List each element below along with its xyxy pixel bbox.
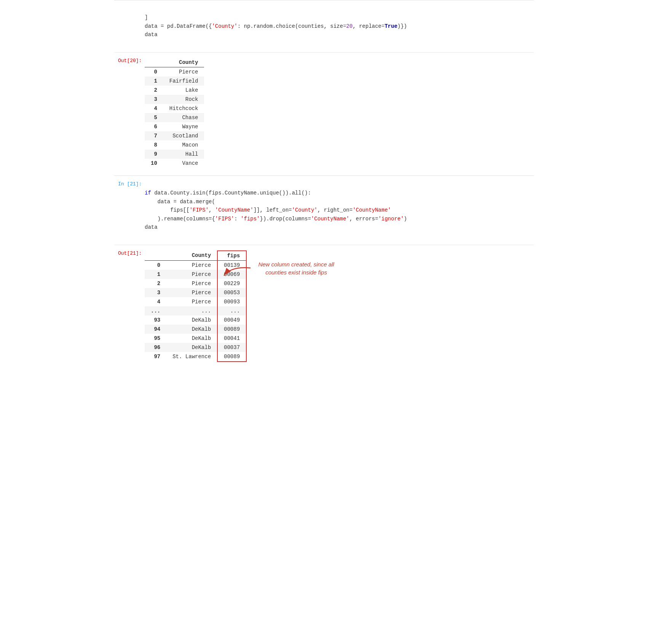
table-row: 00089 [217,352,246,362]
table-row: Rock [163,95,204,104]
table-row: Lake [163,86,204,95]
cell-output-21: Out[21]: County fips 0Pierce001391Pierce… [114,245,534,368]
out-label-20: Out[20]: [118,58,142,64]
table-row: 3 [145,288,166,297]
table-row: Pierce [166,297,217,306]
table-row: ... [145,306,166,316]
table-row: 00093 [217,297,246,306]
cell-input-top: ] data = pd.DataFrame({'County': np.rand… [114,0,534,52]
table-row: 4 [145,104,163,113]
table-row: 00037 [217,343,246,352]
table-row: 6 [145,122,163,131]
in-label-21: In [21]: [118,181,142,187]
table-row: Pierce [166,279,217,288]
table-row: Hitchcock [163,104,204,113]
table-row: Pierce [166,260,217,270]
table-row: Pierce [166,288,217,297]
table-row: 5 [145,113,163,122]
table-row: Wayne [163,122,204,131]
table-row: 3 [145,95,163,104]
code-line-3: data [145,32,158,38]
table-row: ... [166,306,217,316]
code-21-line-1: if data.County.isin(fips.CountyName.uniq… [145,190,311,196]
code-block-top: ] data = pd.DataFrame({'County': np.rand… [145,5,528,48]
table-row: ... [217,306,246,316]
cell-output-20: Out[20]: County 0Pierce1Fairfield2Lake3R… [114,52,534,175]
table-row: 1 [145,77,163,86]
annotation-area: New column created, since all counties e… [254,260,338,276]
th-county-21: County [166,251,217,261]
table-row: DeKalb [166,316,217,325]
table-row: DeKalb [166,325,217,334]
table-row: 0 [145,260,166,270]
table-row: 94 [145,325,166,334]
notebook: ] data = pd.DataFrame({'County': np.rand… [114,0,534,368]
table-annotation-wrapper: County fips 0Pierce001391Pierce000692Pie… [145,249,528,362]
th-index-21 [145,251,166,261]
table-row: 9 [145,150,163,159]
table-row: DeKalb [166,343,217,352]
th-county-20: County [163,58,204,67]
code-line-2: data = pd.DataFrame({'County': np.random… [145,23,407,29]
code-21-line-2: data = data.merge( [145,199,215,205]
table-row: 00053 [217,288,246,297]
table-row: 4 [145,297,166,306]
table-row: St. Lawrence [166,352,217,362]
table-row: 96 [145,343,166,352]
table-row: 00089 [217,325,246,334]
annotation-text: New column created, since all counties e… [254,260,338,276]
table-row: 95 [145,334,166,343]
annotation-arrow-icon [220,264,254,283]
code-21-line-5: data [145,224,158,230]
th-index-20 [145,58,163,67]
df-table-20-wrapper: County 0Pierce1Fairfield2Lake3Rock4Hitch… [145,58,204,168]
table-row: Pierce [166,270,217,279]
table-row: 00049 [217,316,246,325]
df-table-20: County 0Pierce1Fairfield2Lake3Rock4Hitch… [145,58,204,168]
table-row: Scotland [163,131,204,140]
table-row: Chase [163,113,204,122]
code-block-21: if data.County.isin(fips.CountyName.uniq… [145,180,528,240]
table-row: 97 [145,352,166,362]
table-row: 7 [145,131,163,140]
table-row: Hall [163,150,204,159]
table-row: 10 [145,159,163,168]
table-row: Vance [163,159,204,168]
table-row: 93 [145,316,166,325]
code-line-1: ] [145,14,148,21]
table-row: Macon [163,140,204,150]
code-21-line-3: fips[['FIPS', 'CountyName']], left_on='C… [145,207,391,213]
cell-input-21: In [21]: if data.County.isin(fips.County… [114,175,534,245]
table-row: 8 [145,140,163,150]
table-row: DeKalb [166,334,217,343]
th-fips-21: fips [217,251,246,261]
table-row: Fairfield [163,77,204,86]
out-label-21: Out[21]: [118,250,142,256]
table-row: 0 [145,67,163,77]
code-21-line-4: ).rename(columns={'FIPS': 'fips'}).drop(… [145,216,407,222]
table-row: Pierce [163,67,204,77]
table-row: 2 [145,279,166,288]
table-row: 1 [145,270,166,279]
table-row: 2 [145,86,163,95]
table-row: 00041 [217,334,246,343]
